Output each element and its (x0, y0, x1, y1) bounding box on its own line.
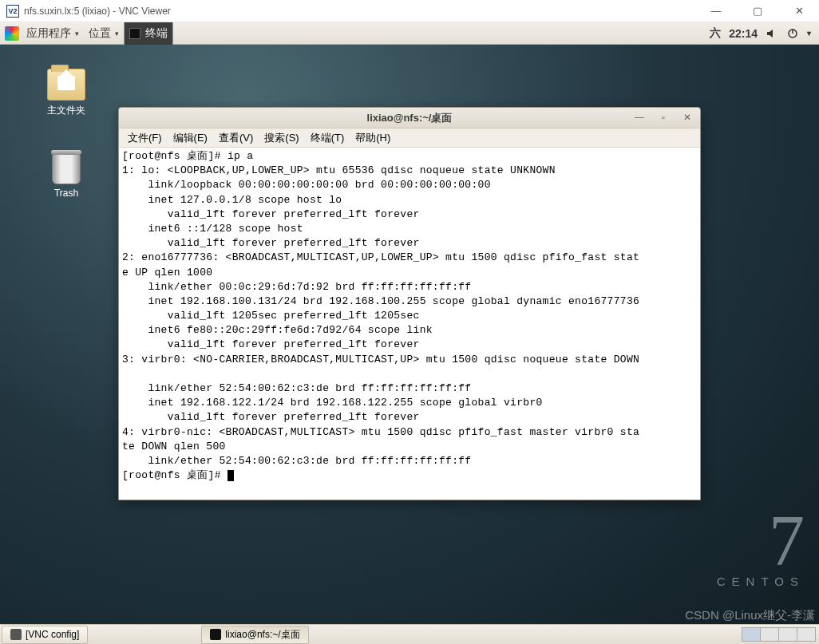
workspace-4[interactable] (797, 627, 816, 642)
vnc-close-button[interactable]: ✕ (785, 5, 813, 17)
applications-menu[interactable]: 应用程序 (22, 26, 84, 41)
volume-icon[interactable] (766, 27, 778, 40)
terminal-window-controls: — ▫ ✕ (633, 112, 694, 123)
trash-icon[interactable]: Trash (38, 152, 94, 199)
system-tray: 六 22:14 ▾ (702, 26, 819, 41)
menu-help[interactable]: 帮助(H) (350, 131, 396, 145)
trash-can-icon (52, 152, 81, 184)
terminal-window: lixiao@nfs:~/桌面 — ▫ ✕ 文件(F) 编辑(E) 查看(V) … (118, 107, 701, 500)
taskbar-item-vnc-config[interactable]: [VNC config] (2, 626, 88, 644)
running-app-terminal[interactable]: 终端 (124, 22, 173, 45)
vnc-config-icon (10, 629, 22, 640)
clock-day[interactable]: 六 (710, 26, 721, 41)
taskbar-item-terminal[interactable]: lixiao@nfs:~/桌面 (201, 626, 308, 644)
running-app-label: 终端 (145, 26, 168, 41)
taskbar-item-label: lixiao@nfs:~/桌面 (225, 628, 299, 642)
clock-time[interactable]: 22:14 (729, 27, 758, 40)
power-icon[interactable] (786, 27, 799, 40)
centos-branding: 7 CENTOS (717, 512, 805, 588)
vnc-window-controls: — ▢ ✕ (702, 5, 813, 17)
menu-terminal[interactable]: 终端(T) (305, 131, 350, 145)
gnome-top-panel: 应用程序 位置 终端 六 22:14 ▾ (0, 22, 819, 45)
vnc-titlebar: V2 nfs.suxin.lx:5 (lixiao) - VNC Viewer … (0, 0, 819, 22)
menu-view[interactable]: 查看(V) (213, 131, 259, 145)
terminal-cursor (228, 470, 234, 481)
places-menu[interactable]: 位置 (84, 26, 124, 41)
terminal-close-button[interactable]: ✕ (681, 112, 694, 123)
workspace-3[interactable] (778, 627, 797, 642)
terminal-maximize-button[interactable]: ▫ (657, 112, 670, 123)
vnc-minimize-button[interactable]: — (702, 5, 730, 17)
terminal-title: lixiao@nfs:~/桌面 (367, 111, 453, 125)
centos-version: 7 (717, 512, 805, 570)
vnc-logo-icon: V2 (6, 5, 19, 18)
terminal-icon (210, 629, 221, 640)
vnc-window-title: nfs.suxin.lx:5 (lixiao) - VNC Viewer (24, 6, 702, 17)
trash-label: Trash (38, 188, 94, 199)
folder-icon (47, 69, 85, 101)
taskbar-item-label: [VNC config] (26, 629, 79, 640)
terminal-output: [root@nfs 桌面]# ip a 1: lo: <LOOPBACK,UP,… (122, 150, 639, 481)
terminal-icon (129, 28, 140, 39)
workspace-1[interactable] (742, 627, 761, 642)
vnc-maximize-button[interactable]: ▢ (744, 5, 771, 17)
terminal-menubar: 文件(F) 编辑(E) 查看(V) 搜索(S) 终端(T) 帮助(H) (119, 128, 700, 148)
menu-edit[interactable]: 编辑(E) (168, 131, 213, 145)
activities-icon[interactable] (5, 26, 19, 41)
workspace-2[interactable] (760, 627, 779, 642)
menu-search[interactable]: 搜索(S) (259, 131, 304, 145)
centos-name: CENTOS (717, 575, 805, 588)
terminal-titlebar[interactable]: lixiao@nfs:~/桌面 — ▫ ✕ (119, 108, 700, 128)
gnome-bottom-taskbar: [VNC config] lixiao@nfs:~/桌面 (0, 624, 819, 644)
workspace-switcher[interactable] (742, 627, 816, 642)
watermark-text: CSDN @Linux继父-李潇 (685, 608, 815, 623)
terminal-body[interactable]: [root@nfs 桌面]# ip a 1: lo: <LOOPBACK,UP,… (119, 148, 700, 500)
desktop-area[interactable]: 主文件夹 Trash 7 CENTOS lixiao@nfs:~/桌面 — ▫ … (0, 45, 819, 624)
menu-file[interactable]: 文件(F) (122, 131, 168, 145)
home-folder-label: 主文件夹 (38, 104, 94, 117)
user-menu-chevron-icon[interactable]: ▾ (807, 29, 811, 38)
terminal-minimize-button[interactable]: — (633, 112, 646, 123)
home-folder-icon[interactable]: 主文件夹 (38, 69, 94, 117)
